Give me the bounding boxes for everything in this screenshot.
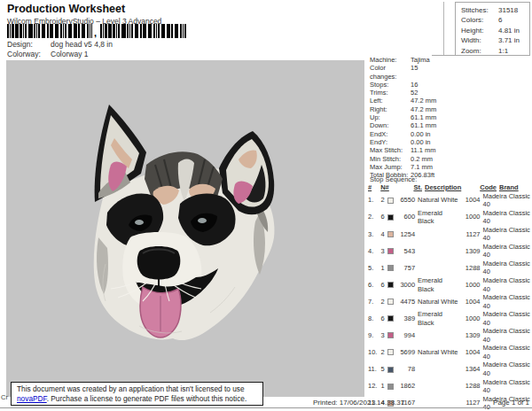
stats-box: Stitches:31518Colors:6Height:4.81 inWidt…	[455, 2, 530, 55]
thread-code: 1000	[460, 213, 481, 221]
machine-detail-value: 61.1 mm	[411, 113, 436, 121]
stats-row: Stitches:31518	[456, 5, 529, 15]
stitch-count: 757	[395, 264, 415, 273]
design-label: Design:	[7, 40, 51, 49]
needle-number: 3	[378, 247, 387, 256]
thread-description: Natural White	[418, 348, 460, 357]
stop-number: 2.	[368, 213, 378, 221]
machine-detail-row: Right:47.2 mm	[366, 105, 532, 113]
notice-text-pre: This document was created by an applicat…	[17, 384, 245, 393]
stitch-count: 6550	[395, 196, 415, 205]
thread-color-swatch	[387, 282, 394, 288]
stats-value: 4.81 in	[498, 26, 520, 35]
machine-detail-label: Min Stitch:	[370, 155, 410, 163]
stop-number: 5.	[368, 264, 378, 273]
machine-detail-label: EndY:	[370, 138, 410, 146]
stitch-count: 389	[395, 314, 415, 323]
machine-detail-label: Up:	[370, 113, 410, 121]
thread-color-swatch	[387, 231, 394, 237]
notice-text-post: .	[47, 394, 49, 403]
machine-detail-label: Stops:	[370, 81, 410, 89]
thread-color-swatch	[387, 198, 394, 204]
machine-detail-label: Left:	[370, 97, 410, 105]
colorway-row: Colorway:Colorway 1	[7, 50, 89, 58]
machine-detail-row: Up:61.1 mm	[366, 113, 532, 121]
thread-description: Emerald Black	[418, 310, 460, 327]
thread-brand: Madeira Classic 40	[483, 327, 532, 344]
stop-sequence-header-row: #N#St.DescriptionCodeBrand	[366, 183, 532, 192]
cropped-footer-text: Cr	[1, 393, 8, 401]
thread-swatch-cell	[387, 198, 396, 204]
stitch-count: 543	[395, 247, 415, 256]
machine-detail-value: 0.2 mm	[411, 155, 433, 163]
thread-brand: Madeira Classic 40	[483, 310, 532, 327]
machine-detail-label: Max Jump:	[370, 163, 410, 171]
machine-detail-value: 11.1 mm	[411, 146, 436, 154]
machine-detail-row: Min Stitch:0.2 mm	[366, 155, 532, 163]
thread-description: Natural White	[418, 196, 460, 205]
machine-detail-value: 0.00 in	[411, 138, 431, 146]
needle-number: 3	[378, 331, 387, 340]
machine-detail-row: Trims:52	[366, 89, 532, 97]
machine-detail-row: Stops:16	[366, 81, 532, 89]
stop-number: 6.	[368, 281, 378, 290]
stop-sequence-row: 2.6600Emerald Black1000Madeira Classic 4…	[366, 209, 532, 226]
thread-color-swatch	[387, 349, 394, 355]
column-header-Description: Description	[425, 183, 473, 192]
stats-row: Zoom:1:1	[456, 46, 529, 56]
thread-swatch-cell	[387, 349, 396, 355]
page-number: Page 1 of 1	[493, 399, 529, 407]
stop-sequence-row: 5.17571288Madeira Classic 40	[366, 260, 532, 276]
stitch-count: 78	[395, 365, 415, 374]
needle-number: 5	[378, 365, 387, 374]
thread-brand: Madeira Classic 40	[483, 361, 532, 377]
stop-number: 3.	[368, 230, 378, 239]
stitch-count: 5699	[395, 348, 415, 357]
stop-sequence-row: 4.35431309Madeira Classic 40	[366, 243, 532, 260]
thread-swatch-cell	[387, 299, 396, 305]
needle-number: 2	[378, 196, 387, 205]
needle-number: 6	[378, 314, 387, 323]
needle-number: 1	[378, 382, 387, 391]
machine-detail-value: Tajima	[411, 56, 430, 64]
header-divider-line	[443, 2, 444, 55]
needle-number: 6	[378, 281, 387, 290]
production-worksheet-page: Production Worksheet Wilcom EmbroiderySt…	[0, 0, 532, 411]
machine-detail-label: Machine:	[370, 56, 410, 64]
thread-code: 1364	[460, 365, 481, 374]
thread-swatch-cell	[387, 248, 396, 254]
stop-number: 8.	[368, 314, 378, 323]
stop-number: 1.	[368, 196, 378, 205]
thread-code: 1004	[460, 348, 481, 357]
page-bottom-divider	[0, 407, 532, 408]
thread-brand: Madeira Classic 40	[483, 293, 532, 310]
thread-code: 1127	[460, 399, 481, 407]
machine-detail-row: Left:47.2 mm	[366, 97, 532, 105]
stitch-count: 994	[395, 331, 415, 340]
stop-number: 11.	[368, 365, 378, 374]
stop-number: 9.	[368, 331, 378, 340]
dog-embroidery-design	[6, 60, 364, 397]
thread-color-swatch	[387, 384, 394, 390]
thread-brand: Madeira Classic 40	[483, 192, 532, 209]
thread-color-swatch	[387, 315, 394, 322]
thread-color-swatch	[387, 299, 394, 305]
thread-code: 1000	[460, 314, 481, 323]
column-header-Brand: Brand	[499, 183, 519, 192]
column-header-Code: Code	[473, 183, 497, 192]
design-value: dog head v5 4,8 in	[51, 40, 113, 49]
stats-value: 3.71 in	[498, 35, 520, 45]
machine-detail-value: 16	[411, 81, 418, 89]
thread-description: Natural White	[418, 298, 460, 306]
machine-detail-value: 7.1 mm	[411, 163, 433, 171]
stitch-count: 1254	[395, 230, 415, 239]
novapdf-link[interactable]: novaPDF	[17, 394, 47, 403]
machine-detail-row: EndX:0.00 in	[366, 130, 532, 138]
thread-swatch-cell	[387, 231, 396, 237]
stop-sequence-row: 8.6389Emerald Black1000Madeira Classic 4…	[366, 310, 532, 327]
stitch-count: 1862	[395, 382, 415, 391]
column-header-N#: N#	[379, 183, 390, 192]
machine-detail-value: 0.00 in	[411, 130, 431, 138]
needle-number: 2	[378, 298, 387, 306]
needle-number: 4	[378, 230, 387, 239]
